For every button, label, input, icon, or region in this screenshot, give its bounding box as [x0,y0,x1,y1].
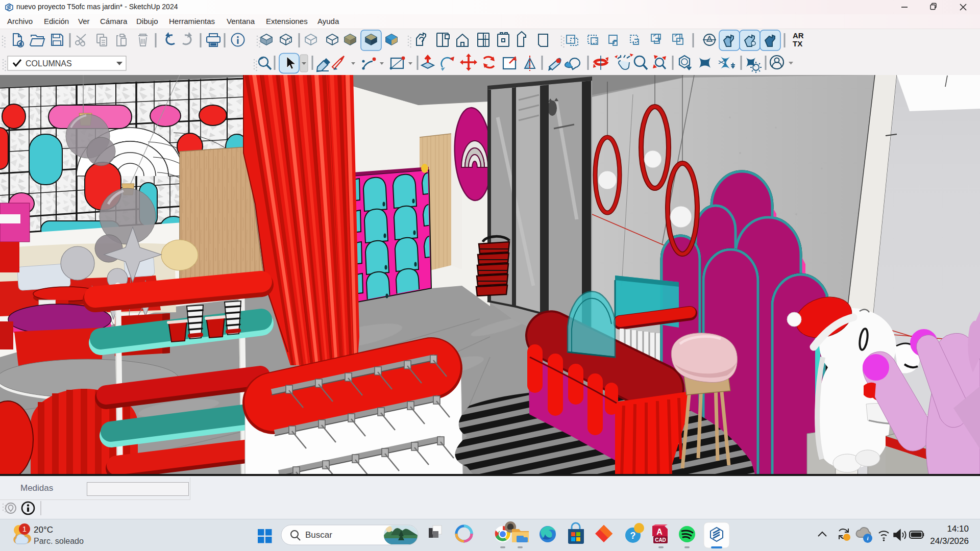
svg-text:1: 1 [22,525,27,533]
svg-text:C: C [708,36,710,39]
svg-text:COLUMNAS: COLUMNAS [26,59,72,68]
svg-text:Parc. soleado: Parc. soleado [34,537,84,545]
svg-text:?: ? [630,531,636,541]
svg-text:A: A [656,528,663,536]
svg-text:20°C: 20°C [34,525,53,535]
svg-text:TX: TX [793,39,802,48]
svg-text:Buscar: Buscar [305,530,332,540]
svg-text:AR: AR [793,31,804,40]
svg-text:14:10: 14:10 [947,524,969,534]
svg-text:24/3/2026: 24/3/2026 [930,536,969,546]
svg-text:CAD: CAD [655,537,666,543]
